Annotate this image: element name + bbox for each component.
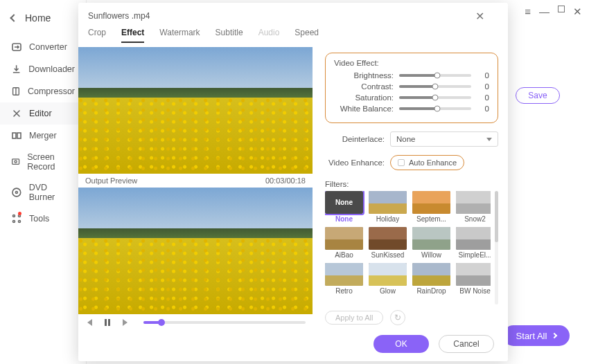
filters-label: Filters: [325, 180, 498, 188]
sidebar-item-tools[interactable]: Tools [0, 208, 86, 230]
hamburger-icon[interactable]: ≡ [525, 6, 531, 18]
deinterlace-select[interactable]: None [390, 131, 498, 147]
filter-thumb [456, 263, 491, 286]
filter-willow[interactable]: Willow [412, 227, 450, 259]
sidebar-item-dvd-burner[interactable]: DVD Burner [0, 177, 86, 208]
home-label: Home [25, 12, 51, 24]
slider-handle[interactable] [432, 84, 439, 90]
close-icon[interactable]: ✕ [573, 6, 582, 18]
prev-button[interactable] [85, 318, 94, 327]
filter-holiday[interactable]: Holiday [369, 191, 407, 223]
minimize-icon[interactable]: — [539, 6, 550, 18]
progress-handle[interactable] [158, 319, 165, 326]
chevron-right-icon [552, 333, 557, 338]
filter-name: Snow2 [464, 215, 486, 223]
save-button[interactable]: Save [516, 87, 560, 104]
sidebar-item-label: DVD Burner [29, 183, 75, 202]
maximize-icon[interactable] [558, 6, 565, 12]
start-all-button[interactable]: Start All [503, 325, 570, 346]
slider-track[interactable] [399, 74, 471, 77]
svg-point-7 [15, 192, 17, 194]
sidebar-item-screen-record[interactable]: Screen Record [0, 147, 86, 177]
filter-scrollbar[interactable] [495, 191, 498, 304]
tab-watermark[interactable]: Watermark [159, 28, 200, 43]
preview-output [78, 188, 313, 314]
apply-to-all-button[interactable]: Apply to All [325, 311, 383, 325]
filter-thumb [456, 191, 491, 214]
reset-button[interactable]: ↻ [390, 310, 405, 325]
back-icon [10, 14, 17, 21]
filter-name: Retro [335, 287, 352, 295]
tab-subtitle[interactable]: Subtitle [216, 28, 243, 43]
filter-name: SimpleEl... [459, 251, 491, 259]
sidebar-item-compressor[interactable]: Compressor [0, 80, 86, 102]
filter-name: Holiday [376, 215, 399, 223]
pause-button[interactable] [103, 318, 112, 327]
slider-track[interactable] [399, 107, 471, 110]
editor-icon [11, 108, 22, 119]
deinterlace-row: Deinterlace: None [325, 131, 498, 147]
slider-track[interactable] [399, 96, 471, 99]
auto-enhance-button[interactable]: Auto Enhance [390, 155, 464, 170]
next-button[interactable] [121, 318, 130, 327]
filter-sunkissed[interactable]: SunKissed [369, 227, 407, 259]
video-enhance-row: Video Enhance: Auto Enhance [325, 155, 498, 170]
filter-bwnoise[interactable]: BW Noise [456, 263, 491, 295]
svg-point-6 [12, 188, 21, 197]
progress-bar[interactable] [143, 321, 306, 324]
home-button[interactable]: Home [0, 6, 86, 33]
notification-dot [18, 212, 21, 215]
modal-header: Sunflowers .mp4 ✕ [78, 3, 508, 28]
sidebar-item-editor[interactable]: Editor [0, 102, 86, 125]
filter-thumb: None [325, 191, 363, 214]
slider-label: Saturation: [334, 93, 394, 102]
downloader-icon [11, 64, 21, 75]
filter-snow2[interactable]: Snow2 [456, 191, 491, 223]
sidebar-item-label: Editor [29, 109, 52, 118]
modal-close-button[interactable]: ✕ [472, 8, 487, 24]
screen-record-icon [11, 156, 20, 167]
sidebar-item-label: Screen Record [27, 152, 75, 172]
checkbox-icon [398, 159, 405, 166]
slider-row-contrast: Contrast: 0 [334, 82, 489, 91]
filters-section: NoneNone Holiday Septem... Snow2 AiBao S… [325, 191, 498, 304]
filter-aibao[interactable]: AiBao [325, 227, 363, 259]
filter-none[interactable]: NoneNone [325, 191, 363, 223]
scrollbar-thumb[interactable] [495, 191, 498, 242]
sidebar-item-converter[interactable]: Converter [0, 36, 86, 58]
filter-retro[interactable]: Retro [325, 263, 363, 295]
sidebar-item-downloader[interactable]: Downloader [0, 58, 86, 80]
sidebar-item-merger[interactable]: Merger [0, 125, 86, 147]
slider-handle[interactable] [432, 95, 439, 101]
filter-septem[interactable]: Septem... [412, 191, 450, 223]
filter-raindrop[interactable]: RainDrop [412, 263, 450, 295]
slider-row-saturation: Saturation: 0 [334, 93, 489, 102]
deinterlace-label: Deinterlace: [325, 135, 385, 143]
slider-handle[interactable] [434, 106, 441, 112]
tab-effect[interactable]: Effect [121, 28, 144, 43]
tab-speed[interactable]: Speed [294, 28, 319, 43]
tab-crop[interactable]: Crop [88, 28, 106, 43]
ok-button[interactable]: OK [373, 335, 429, 353]
slider-row-brightness: Brightness: 0 [334, 71, 489, 80]
filter-name: Willow [421, 251, 441, 259]
slider-track[interactable] [399, 85, 471, 88]
editor-modal: Sunflowers .mp4 ✕ CropEffectWatermarkSub… [78, 3, 508, 361]
window-controls: ≡ — ✕ [525, 6, 582, 18]
slider-handle[interactable] [434, 73, 441, 79]
filter-thumb [369, 227, 407, 250]
svg-rect-4 [12, 159, 19, 164]
svg-point-10 [13, 221, 15, 223]
cancel-button[interactable]: Cancel [439, 335, 494, 353]
svg-rect-13 [108, 319, 110, 326]
filter-glow[interactable]: Glow [369, 263, 407, 295]
modal-footer: OK Cancel [78, 329, 508, 361]
video-effect-label: Video Effect: [334, 59, 489, 67]
svg-rect-3 [17, 133, 21, 138]
video-enhance-label: Video Enhance: [325, 158, 385, 167]
slider-value: 0 [477, 93, 489, 102]
filter-simpleel[interactable]: SimpleEl... [456, 227, 491, 259]
start-all-label: Start All [516, 331, 547, 341]
converter-icon [11, 42, 22, 53]
filter-name: SunKissed [371, 251, 405, 259]
